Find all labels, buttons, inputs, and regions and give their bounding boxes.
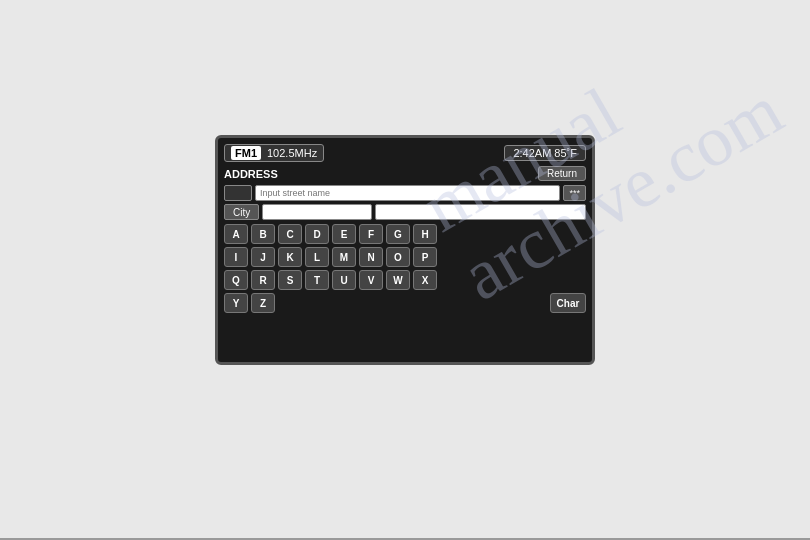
key-T[interactable]: T bbox=[305, 270, 329, 290]
key-Y[interactable]: Y bbox=[224, 293, 248, 313]
fm-frequency: 102.5MHz bbox=[267, 147, 317, 159]
key-J[interactable]: J bbox=[251, 247, 275, 267]
key-S[interactable]: S bbox=[278, 270, 302, 290]
city-row: City bbox=[224, 204, 586, 220]
page-background: manual archive.com FM1 102.5MHz 2:42AM 8… bbox=[0, 0, 810, 540]
key-Q[interactable]: Q bbox=[224, 270, 248, 290]
keyboard-row-2: I J K L M N O P bbox=[224, 247, 586, 267]
key-H[interactable]: H bbox=[413, 224, 437, 244]
device-screen: FM1 102.5MHz 2:42AM 85˚F ADDRESS Return … bbox=[215, 135, 595, 365]
asterisk-button[interactable]: *** bbox=[563, 185, 586, 201]
key-spacer bbox=[278, 293, 547, 313]
char-button[interactable]: Char bbox=[550, 293, 586, 313]
address-label: ADDRESS bbox=[224, 168, 278, 180]
city-result-field bbox=[375, 204, 586, 220]
address-bar: ADDRESS Return bbox=[224, 166, 586, 181]
fm-label: FM1 bbox=[231, 146, 261, 160]
key-Z[interactable]: Z bbox=[251, 293, 275, 313]
key-U[interactable]: U bbox=[332, 270, 356, 290]
key-L[interactable]: L bbox=[305, 247, 329, 267]
key-K[interactable]: K bbox=[278, 247, 302, 267]
return-button[interactable]: Return bbox=[538, 166, 586, 181]
city-button[interactable]: City bbox=[224, 204, 259, 220]
key-M[interactable]: M bbox=[332, 247, 356, 267]
key-X[interactable]: X bbox=[413, 270, 437, 290]
fm-badge: FM1 102.5MHz bbox=[224, 144, 324, 162]
key-I[interactable]: I bbox=[224, 247, 248, 267]
street-input[interactable] bbox=[255, 185, 560, 201]
small-box-left bbox=[224, 185, 252, 201]
keyboard-row-3: Q R S T U V W X bbox=[224, 270, 586, 290]
key-G[interactable]: G bbox=[386, 224, 410, 244]
time-temperature: 2:42AM 85˚F bbox=[504, 145, 586, 161]
key-D[interactable]: D bbox=[305, 224, 329, 244]
top-bar: FM1 102.5MHz 2:42AM 85˚F bbox=[224, 144, 586, 162]
key-F[interactable]: F bbox=[359, 224, 383, 244]
key-N[interactable]: N bbox=[359, 247, 383, 267]
key-R[interactable]: R bbox=[251, 270, 275, 290]
key-E[interactable]: E bbox=[332, 224, 356, 244]
key-W[interactable]: W bbox=[386, 270, 410, 290]
key-O[interactable]: O bbox=[386, 247, 410, 267]
city-input-field bbox=[262, 204, 372, 220]
key-A[interactable]: A bbox=[224, 224, 248, 244]
keyboard: A B C D E F G H I J K L M N O P bbox=[224, 224, 586, 313]
key-B[interactable]: B bbox=[251, 224, 275, 244]
keyboard-row-1: A B C D E F G H bbox=[224, 224, 586, 244]
key-P[interactable]: P bbox=[413, 247, 437, 267]
street-input-row: *** bbox=[224, 185, 586, 201]
keyboard-row-4: Y Z Char bbox=[224, 293, 586, 313]
key-C[interactable]: C bbox=[278, 224, 302, 244]
key-V[interactable]: V bbox=[359, 270, 383, 290]
